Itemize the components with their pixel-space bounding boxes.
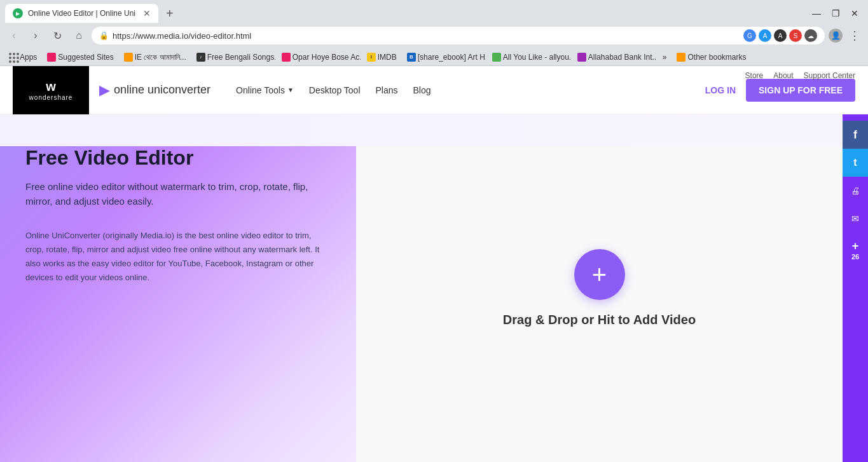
play-icon: ▶	[99, 82, 110, 99]
ws-text: wondershare	[29, 94, 73, 101]
refresh-button[interactable]: ↻	[48, 27, 66, 44]
bookmark-ie[interactable]: IE থেকে আমাদানি...	[120, 51, 190, 63]
more-share-button[interactable]: + 26	[843, 233, 868, 267]
main-nav: Online Tools ▼ Desktop Tool Plans Blog	[236, 85, 431, 95]
bookmark-opar[interactable]: Opar Hoye Bose Ac...	[278, 51, 361, 63]
print-button[interactable]: 🖨	[843, 177, 868, 205]
browser-menu-button[interactable]: ⋮	[846, 26, 863, 45]
secure-icon: 🔒	[99, 31, 109, 40]
header-top-links: Store About Support Center	[745, 71, 855, 80]
blog-link[interactable]: Blog	[413, 85, 431, 95]
bookmarks-bar: Apps Suggested Sites IE থেকে আমাদানি... …	[0, 48, 868, 66]
drop-zone-text: Drag & Drop or Hit to Add Video	[503, 313, 696, 327]
add-video-button[interactable]: +	[574, 249, 625, 300]
bookmark-label: IMDB	[378, 53, 397, 62]
bookmarks-more-button[interactable]: »	[659, 51, 671, 63]
ws-icon: w	[46, 79, 56, 94]
active-tab[interactable]: Online Video Editor | Online Uni ✕	[5, 4, 158, 23]
profile-icon[interactable]: 👤	[829, 29, 843, 43]
main-content: Free Video Editor Free online video edit…	[0, 114, 868, 462]
brand-container: ▶ online uniconverter	[99, 82, 210, 99]
ext-icon-4[interactable]: S	[789, 29, 802, 42]
close-button[interactable]: ✕	[846, 5, 863, 22]
hero-title: Free Video Editor	[25, 146, 331, 170]
ext-icon-2[interactable]: A	[759, 29, 771, 42]
bookmark-label: Allahabad Bank Int...	[588, 53, 656, 62]
bookmark-favicon	[492, 53, 501, 62]
other-bookmarks-favicon	[677, 53, 685, 62]
share-count: 26	[851, 253, 859, 261]
apps-label: Apps	[20, 53, 37, 62]
signup-button[interactable]: SIGN UP FOR FREE	[746, 79, 855, 102]
ext-icon-3[interactable]: A	[774, 29, 787, 42]
drop-zone-panel[interactable]: + Drag & Drop or Hit to Add Video	[356, 114, 843, 462]
wondershare-logo[interactable]: w wondershare	[13, 66, 89, 114]
hero-panel: Free Video Editor Free online video edit…	[0, 114, 356, 462]
bookmark-label: Suggested Sites	[58, 53, 113, 62]
address-bar[interactable]: 🔒 G A A S ☁	[92, 27, 825, 44]
social-sidebar: f t 🖨 ✉ + 26	[843, 114, 868, 462]
hero-description: Online UniConverter (originally Media.io…	[25, 229, 331, 285]
bookmark-label: [share_ebook] Art H...	[418, 53, 486, 62]
maximize-button[interactable]: ❐	[827, 5, 844, 22]
extension-icons: G A A S ☁	[743, 29, 817, 42]
other-bookmarks-item[interactable]: Other bookmarks	[673, 51, 750, 63]
top-stripe	[0, 114, 843, 146]
bookmark-suggested-sites[interactable]: Suggested Sites	[43, 51, 117, 63]
hero-subtitle: Free online video editor without waterma…	[25, 180, 331, 208]
header-right: LOG IN SIGN UP FOR FREE	[705, 79, 855, 102]
plans-link[interactable]: Plans	[376, 85, 398, 95]
bookmark-imdb[interactable]: I IMDB	[363, 51, 401, 63]
apps-bookmarks-item[interactable]: Apps	[5, 51, 41, 63]
site-header: Store About Support Center w wondershare…	[0, 66, 868, 114]
bookmark-label: Free Bengali Songs...	[207, 53, 275, 62]
navigation-bar: ‹ › ↻ ⌂ 🔒 G A A S ☁ 👤 ⋮	[0, 23, 868, 48]
forward-button[interactable]: ›	[27, 27, 45, 44]
email-share-button[interactable]: ✉	[843, 205, 868, 233]
tab-close-button[interactable]: ✕	[143, 8, 151, 18]
bookmark-favicon	[577, 53, 586, 62]
bookmark-favicon	[282, 53, 291, 62]
home-button[interactable]: ⌂	[70, 27, 88, 44]
bookmark-allyoulike[interactable]: All You Like - allyou...	[488, 51, 571, 63]
dropdown-icon: ▼	[287, 86, 294, 93]
bookmark-favicon: B	[407, 53, 416, 62]
brand-text: online uniconverter	[114, 83, 210, 97]
facebook-share-button[interactable]: f	[843, 121, 868, 149]
minimize-button[interactable]: —	[808, 5, 825, 22]
plus-icon: +	[592, 262, 607, 287]
bookmark-favicon	[47, 53, 56, 62]
bookmark-label: Opar Hoye Bose Ac...	[293, 53, 361, 62]
ext-icon-5[interactable]: ☁	[804, 29, 817, 42]
title-bar: Online Video Editor | Online Uni ✕ + — ❐…	[0, 0, 868, 23]
desktop-tool-link[interactable]: Desktop Tool	[309, 85, 361, 95]
other-bookmarks-label: Other bookmarks	[687, 53, 746, 62]
drop-zone[interactable]: + Drag & Drop or Hit to Add Video	[503, 249, 696, 327]
new-tab-button[interactable]: +	[161, 6, 179, 21]
window-controls: — ❐ ✕	[808, 5, 863, 22]
online-tools-link[interactable]: Online Tools ▼	[236, 85, 294, 95]
apps-grid-icon	[9, 53, 18, 62]
page-content: Store About Support Center w wondershare…	[0, 66, 868, 462]
bookmark-allahabad[interactable]: Allahabad Bank Int...	[574, 51, 656, 63]
tabs-container: Online Video Editor | Online Uni ✕ +	[5, 4, 179, 23]
store-link[interactable]: Store	[745, 71, 764, 80]
support-link[interactable]: Support Center	[804, 71, 855, 80]
bookmark-bengali-songs[interactable]: ♪ Free Bengali Songs...	[193, 51, 275, 63]
back-button[interactable]: ‹	[5, 27, 23, 44]
bookmark-share-ebook[interactable]: B [share_ebook] Art H...	[403, 51, 486, 63]
bookmark-favicon: ♪	[196, 53, 205, 62]
tab-title: Online Video Editor | Online Uni	[28, 9, 135, 18]
bookmark-label: All You Like - allyou...	[503, 53, 571, 62]
tab-favicon	[13, 8, 23, 18]
about-link[interactable]: About	[773, 71, 793, 80]
google-ext-icon[interactable]: G	[743, 29, 756, 42]
bookmark-label: IE থেকে আমাদানি...	[135, 53, 186, 62]
login-button[interactable]: LOG IN	[705, 85, 736, 95]
bookmark-favicon: I	[367, 53, 376, 62]
header-left: w wondershare ▶ online uniconverter Onli…	[13, 66, 431, 114]
twitter-share-button[interactable]: t	[843, 149, 868, 177]
bookmark-favicon	[124, 53, 133, 62]
url-input[interactable]	[113, 31, 740, 41]
